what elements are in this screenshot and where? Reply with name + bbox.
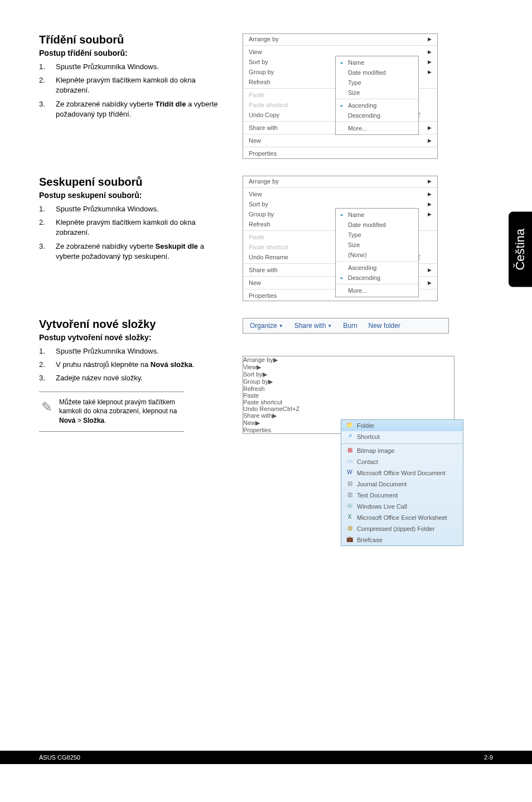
- word-icon: W: [346, 469, 354, 477]
- list-item: Klepněte pravým tlačítkem kamkoli do okn…: [56, 75, 229, 95]
- toolbar-newfolder[interactable]: New folder: [369, 322, 400, 330]
- list-item: Ze zobrazené nabídky vyberte Seskupit dl…: [56, 241, 229, 262]
- sec2-sub: Postup seskupení souborů:: [39, 191, 229, 200]
- note-text: Můžete také klepnout pravým tlačítkem ka…: [59, 398, 182, 426]
- section-group: Seskupení souborů Postup seskupení soubo…: [39, 176, 493, 301]
- footer-model: ASUS CG8250: [39, 754, 80, 761]
- sec2-title: Seskupení souborů: [39, 176, 229, 189]
- sec1-steps: 1.Spusťte Průzkumníka Windows. 2.Klepnět…: [39, 62, 229, 119]
- shortcut-icon: ↗: [346, 433, 354, 441]
- context-menu-sort: Arrange by▶ View▶ Sort by▶ ●Name Date mo…: [243, 33, 438, 159]
- list-item: V pruhu nástrojů klepněte na Nová složka…: [56, 360, 229, 370]
- folder-icon: 📁: [346, 422, 354, 429]
- sec2-steps: 1.Spusťte Průzkumníka Windows. 2.Klepnět…: [39, 204, 229, 262]
- language-tab: Čeština: [509, 212, 532, 287]
- list-item: Spusťte Průzkumníka Windows.: [56, 346, 229, 356]
- list-item: Zadejte název nové složky.: [56, 373, 229, 383]
- list-item: Spusťte Průzkumníka Windows.: [56, 62, 229, 72]
- bitmap-icon: ▦: [346, 447, 354, 455]
- sec3-sub: Postup vytvoření nové složky:: [39, 333, 229, 342]
- livecall-icon: ☏: [346, 503, 354, 510]
- page-footer: ASUS CG8250 2-9: [0, 751, 532, 764]
- sec3-steps: 1.Spusťte Průzkumníka Windows. 2.V pruhu…: [39, 346, 229, 384]
- toolbar-burn[interactable]: Burn: [343, 322, 357, 330]
- sec3-title: Vytvoření nové složky: [39, 318, 229, 331]
- section-sort: Třídění souborů Postup třídění souborů: …: [39, 33, 493, 159]
- zip-icon: ▦: [346, 525, 354, 533]
- section-newfolder: Vytvoření nové složky Postup vytvoření n…: [39, 318, 493, 434]
- toolbar-organize[interactable]: Organize▼: [250, 322, 283, 330]
- sortby-submenu: ●Name Date modified Type Size ●Ascending…: [335, 56, 419, 135]
- note-box: ✎ Můžete také klepnout pravým tlačítkem …: [39, 392, 184, 432]
- excel-icon: X: [346, 514, 354, 521]
- context-menu-group: Arrange by▶ View▶ Sort by▶ Group by▶ ●Na…: [243, 176, 438, 301]
- briefcase-icon: 💼: [346, 536, 354, 544]
- context-menu-new: Arrange by▶ View▶ Sort by▶ Group by▶ Ref…: [243, 356, 454, 434]
- journal-icon: ▤: [346, 480, 354, 488]
- contact-icon: ▭: [346, 458, 354, 466]
- footer-pagenum: 2-9: [484, 754, 493, 761]
- list-item: Klepněte pravým tlačítkem kamkoli do okn…: [56, 218, 229, 238]
- sec1-sub: Postup třídění souborů:: [39, 49, 229, 57]
- groupby-submenu: ●Name Date modified Type Size (None) Asc…: [335, 208, 419, 297]
- list-item: Spusťte Průzkumníka Windows.: [56, 204, 229, 214]
- explorer-toolbar: Organize▼ Share with▼ Burn New folder: [243, 318, 449, 334]
- text-icon: ▥: [346, 491, 354, 499]
- new-submenu: 📁Folder ↗Shortcut ▦Bitmap image ▭Contact…: [341, 419, 463, 546]
- sec1-title: Třídění souborů: [39, 33, 229, 46]
- pencil-icon: ✎: [41, 398, 52, 417]
- toolbar-sharewith[interactable]: Share with▼: [294, 322, 332, 330]
- list-item: Ze zobrazené nabídky vyberte Třídit dle …: [56, 99, 229, 119]
